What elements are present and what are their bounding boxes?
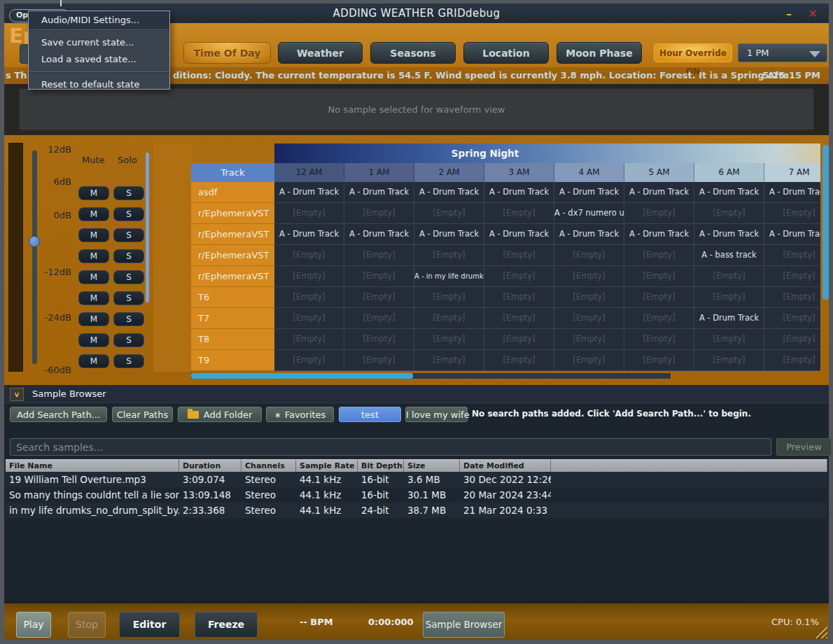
solo-button[interactable]: S: [113, 228, 144, 242]
file-column-header[interactable]: File Name: [6, 459, 179, 472]
hour-header-cell[interactable]: 5 AM: [624, 163, 694, 182]
grid-cell[interactable]: [Empty]: [414, 203, 484, 224]
solo-button[interactable]: S: [113, 354, 144, 368]
menu-item-audio-midi-settings[interactable]: Audio/MIDI Settings...: [29, 11, 169, 29]
grid-cell[interactable]: [Empty]: [764, 350, 820, 371]
grid-cell[interactable]: [Empty]: [274, 329, 344, 350]
grid-cell[interactable]: [Empty]: [554, 245, 624, 266]
grid-cell[interactable]: [Empty]: [484, 308, 554, 329]
grid-cell[interactable]: [Empty]: [344, 287, 414, 308]
track-name-cell[interactable]: T7: [191, 308, 274, 329]
grid-cell[interactable]: [Empty]: [274, 203, 344, 224]
file-column-header[interactable]: Size: [404, 459, 460, 472]
hour-header-cell[interactable]: 12 AM: [274, 163, 344, 182]
i-love-my-wife-path-button[interactable]: I love my wife: [405, 407, 468, 422]
mute-button[interactable]: M: [78, 291, 109, 305]
grid-cell[interactable]: [Empty]: [484, 266, 554, 287]
grid-cell[interactable]: [Empty]: [694, 203, 764, 224]
grid-cell[interactable]: A - Drum Track: [274, 224, 344, 245]
grid-cell[interactable]: [Empty]: [694, 287, 764, 308]
search-input[interactable]: [10, 438, 771, 456]
solo-button[interactable]: S: [113, 291, 144, 305]
hour-header-cell[interactable]: 3 AM: [484, 163, 554, 182]
solo-button[interactable]: S: [113, 186, 144, 200]
track-name-cell[interactable]: r/EphemeraVST: [191, 203, 274, 224]
grid-cell[interactable]: [Empty]: [414, 287, 484, 308]
tab-weather[interactable]: Weather: [278, 42, 363, 64]
solo-button[interactable]: S: [113, 333, 144, 347]
grid-cell[interactable]: [Empty]: [484, 350, 554, 371]
grid-cell[interactable]: A - Drum Track: [694, 308, 764, 329]
add-folder-button[interactable]: Add Folder: [178, 407, 262, 422]
tab-location[interactable]: Location: [463, 42, 549, 64]
mute-button[interactable]: M: [78, 228, 109, 242]
add-search-path-button[interactable]: Add Search Path...: [10, 407, 107, 422]
grid-cell[interactable]: [Empty]: [344, 308, 414, 329]
tab-moon-phase[interactable]: Moon Phase: [556, 42, 642, 64]
grid-cell[interactable]: A - in my life drumks_...: [414, 266, 484, 287]
clear-paths-button[interactable]: Clear Paths: [112, 407, 173, 422]
hour-select-dropdown[interactable]: 1 PM: [738, 43, 827, 62]
file-row[interactable]: 19 William Tell Overture.mp33:09.074Ster…: [6, 472, 827, 487]
grid-cell[interactable]: [Empty]: [764, 287, 820, 308]
grid-cell[interactable]: [Empty]: [554, 350, 624, 371]
grid-cell[interactable]: A - Drum Track: [344, 224, 414, 245]
mute-button[interactable]: M: [78, 354, 109, 368]
file-row[interactable]: So many things couldnt tell a lie son...…: [6, 487, 827, 503]
grid-cell[interactable]: [Empty]: [624, 245, 694, 266]
grid-cell[interactable]: A - Drum Track: [764, 224, 820, 245]
grid-cell[interactable]: [Empty]: [624, 350, 694, 371]
grid-cell[interactable]: [Empty]: [274, 350, 344, 371]
file-column-header[interactable]: Duration: [179, 459, 241, 472]
grid-cell[interactable]: A - dx7 numero uno: [554, 203, 624, 224]
grid-cell[interactable]: A - Drum Track: [484, 224, 554, 245]
grid-cell[interactable]: [Empty]: [554, 287, 624, 308]
solo-button[interactable]: S: [113, 207, 144, 221]
grid-horizontal-scrollbar-thumb[interactable]: [191, 373, 413, 379]
grid-cell[interactable]: [Empty]: [624, 287, 694, 308]
file-column-header[interactable]: Sample Rate: [296, 459, 358, 472]
freeze-toggle-button[interactable]: Freeze OFF: [195, 612, 258, 638]
menu-item-load-saved-state[interactable]: Load a saved state...: [29, 51, 169, 68]
track-name-cell[interactable]: r/EphemeraVST: [191, 245, 274, 266]
grid-cell[interactable]: [Empty]: [274, 308, 344, 329]
grid-cell[interactable]: A - Drum Track: [694, 224, 764, 245]
hour-header-cell[interactable]: 7 AM: [764, 163, 820, 182]
hour-header-cell[interactable]: 2 AM: [414, 163, 484, 182]
play-button[interactable]: Play: [16, 612, 51, 638]
grid-cell[interactable]: [Empty]: [764, 245, 820, 266]
grid-cell[interactable]: [Empty]: [624, 203, 694, 224]
grid-cell[interactable]: A - Drum Track: [694, 182, 764, 203]
favorites-button[interactable]: ∗Favorites: [266, 407, 334, 422]
file-row[interactable]: in my life drumks_no_drum_split_by...2:3…: [6, 503, 827, 518]
track-name-cell[interactable]: T9: [191, 350, 274, 371]
grid-cell[interactable]: [Empty]: [764, 329, 820, 350]
grid-cell[interactable]: A - Drum Track: [554, 224, 624, 245]
track-name-cell[interactable]: r/EphemeraVST: [191, 224, 274, 245]
grid-cell[interactable]: [Empty]: [484, 203, 554, 224]
grid-cell[interactable]: A - Drum Track: [344, 182, 414, 203]
grid-cell[interactable]: [Empty]: [484, 245, 554, 266]
grid-cell[interactable]: A - Drum Track: [414, 224, 484, 245]
file-column-header[interactable]: Date Modified: [460, 459, 551, 472]
grid-cell[interactable]: A - Drum Track: [764, 182, 820, 203]
grid-cell[interactable]: [Empty]: [344, 266, 414, 287]
grid-cell[interactable]: [Empty]: [414, 329, 484, 350]
grid-cell[interactable]: [Empty]: [694, 266, 764, 287]
track-name-cell[interactable]: T6: [191, 287, 274, 308]
mute-button[interactable]: M: [78, 207, 109, 221]
grid-cell[interactable]: [Empty]: [484, 329, 554, 350]
file-column-header[interactable]: Bit Depth: [358, 459, 404, 472]
file-column-header[interactable]: Channels: [241, 459, 296, 472]
sample-browser-toggle-button[interactable]: Sample Browser: [423, 612, 505, 638]
solo-button[interactable]: S: [113, 270, 144, 284]
tab-seasons[interactable]: Seasons: [370, 42, 456, 64]
grid-cell[interactable]: [Empty]: [554, 329, 624, 350]
grid-cell[interactable]: [Empty]: [694, 329, 764, 350]
collapse-panel-button[interactable]: v: [10, 388, 24, 401]
grid-cell[interactable]: A - Drum Track: [274, 182, 344, 203]
grid-cell[interactable]: [Empty]: [414, 245, 484, 266]
grid-cell[interactable]: [Empty]: [484, 287, 554, 308]
grid-cell[interactable]: [Empty]: [414, 350, 484, 371]
grid-cell[interactable]: A - Drum Track: [624, 182, 694, 203]
